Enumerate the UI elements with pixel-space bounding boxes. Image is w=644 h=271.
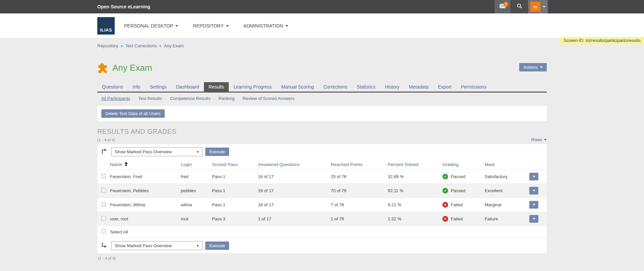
search-button[interactable] <box>511 0 528 13</box>
tab-learning-progress[interactable]: Learning Progress <box>229 82 276 92</box>
section-heading: RESULTS AND GRADES <box>97 128 547 136</box>
main-nav: PERSONAL DESKTOP REPOSITORY ADMINISTRATI… <box>124 23 288 29</box>
search-icon <box>517 3 523 10</box>
subtab-test-results[interactable]: Test Results <box>134 95 166 102</box>
tab-statistics[interactable]: Statistics <box>352 82 380 92</box>
delete-test-data-button[interactable]: Delete Test Data of all Users <box>101 109 165 118</box>
tab-export[interactable]: Export <box>433 82 456 92</box>
tab-bar: Questions Info Settings Dashboard Result… <box>97 82 547 93</box>
tab-info[interactable]: Info <box>128 82 145 92</box>
topbar: Open Source eLearning 2 ro <box>0 0 644 13</box>
cell-login: root <box>181 216 212 221</box>
row-actions-dropdown[interactable] <box>529 187 538 195</box>
tab-permissions[interactable]: Permissions <box>456 82 491 92</box>
ilias-logo[interactable]: ILIAS <box>97 17 115 35</box>
rows-dropdown[interactable]: Rows <box>531 137 547 142</box>
column-header-answered-questions[interactable]: Answered Questions <box>258 162 331 167</box>
chevron-down-icon <box>544 139 547 141</box>
cell-grading: Passed <box>451 174 465 179</box>
select-arrow-icon: ▼ <box>196 244 199 248</box>
tab-settings[interactable]: Settings <box>145 82 171 92</box>
column-header-login[interactable]: Login <box>181 162 212 167</box>
row-checkbox[interactable] <box>101 202 106 207</box>
cell-grading: Failed <box>451 216 463 221</box>
cell-name: Feuerstein, Fred <box>110 174 181 179</box>
cell-answered: 16 of 17 <box>258 174 331 179</box>
apply-up-arrow-icon <box>101 148 107 156</box>
nav-personal-desktop[interactable]: PERSONAL DESKTOP <box>124 23 178 29</box>
pagination-top: (1 - 4 of 4) <box>97 138 115 142</box>
row-actions-dropdown[interactable] <box>529 201 538 209</box>
cell-grading: Failed <box>451 202 463 207</box>
column-header-percent-solved[interactable]: Percent Solved <box>388 162 442 167</box>
actions-button[interactable]: Actions <box>519 63 547 71</box>
column-header-scored-pass[interactable]: Scored Pass <box>212 162 258 167</box>
tab-corrections[interactable]: Corrections <box>319 82 352 92</box>
subtab-ranking[interactable]: Ranking <box>214 95 238 102</box>
tab-results[interactable]: Results <box>204 82 229 92</box>
subtab-competence-results[interactable]: Competence Results <box>166 95 215 102</box>
cell-mark: Satisfactory <box>485 174 529 179</box>
bulk-action-row-top: Show Marked Pass Overview ▼ Execute <box>97 144 547 159</box>
failed-icon: ✕ <box>442 216 448 222</box>
breadcrumb-test-corrections[interactable]: Test Corrections <box>125 43 157 48</box>
select-all-checkbox[interactable] <box>101 229 106 234</box>
tab-manual-scoring[interactable]: Manual Scoring <box>277 82 319 92</box>
select-arrow-icon: ▼ <box>196 150 199 154</box>
execute-button-top[interactable]: Execute <box>205 148 229 156</box>
execute-button-bottom[interactable]: Execute <box>205 241 229 250</box>
chevron-down-icon <box>285 25 288 27</box>
column-header-mark[interactable]: Mark <box>485 162 529 167</box>
tab-questions[interactable]: Questions <box>97 82 128 92</box>
breadcrumb: Repository»Test Corrections»Any Exam <box>97 39 547 48</box>
cell-points: 1 of 76 <box>331 216 388 221</box>
row-actions-dropdown[interactable] <box>529 215 538 223</box>
toolbar: Delete Test Data of all Users <box>97 106 547 121</box>
cell-name: Feuerstein, Wilma <box>110 202 181 207</box>
cell-login: pebbles <box>181 188 212 193</box>
row-actions-dropdown[interactable] <box>529 173 538 180</box>
table-header-row: Name Login Scored Pass Answered Question… <box>97 159 547 169</box>
bulk-action-select-bottom[interactable]: Show Marked Pass Overview ▼ <box>111 241 203 250</box>
apply-down-arrow-icon <box>101 242 107 250</box>
avatar: ro <box>530 2 540 12</box>
nav-repository[interactable]: REPOSITORY <box>193 23 228 29</box>
column-header-grading[interactable]: Grading <box>442 162 485 167</box>
column-header-reached-points[interactable]: Reached Points <box>331 162 388 167</box>
tab-metadata[interactable]: Metadata <box>404 82 433 92</box>
subtab-bar: All Participants Test Results Competence… <box>97 95 547 102</box>
cell-scored-pass: Pass 3 <box>212 216 258 221</box>
bulk-action-select-top[interactable]: Show Marked Pass Overview ▼ <box>111 147 203 156</box>
cell-percent: 32.89 % <box>388 174 442 179</box>
results-table-card: Show Marked Pass Overview ▼ Execute Name… <box>97 144 547 253</box>
chevron-down-icon <box>533 204 535 206</box>
tab-dashboard[interactable]: Dashboard <box>171 82 204 92</box>
row-checkbox[interactable] <box>101 174 106 178</box>
cell-name: user, root <box>110 216 181 221</box>
user-menu-button[interactable]: ro <box>528 0 548 13</box>
cell-scored-pass: Pass 1 <box>212 188 258 193</box>
cell-answered: 16 of 17 <box>258 188 331 193</box>
chevron-down-icon <box>175 25 178 27</box>
select-all-label: Select All <box>110 229 181 234</box>
subtab-all-participants[interactable]: All Participants <box>97 95 134 102</box>
chevron-down-icon <box>533 218 535 220</box>
cell-login: fred <box>181 174 212 179</box>
cell-points: 70 of 76 <box>331 188 388 193</box>
table-row: user, root root Pass 3 1 of 17 1 of 76 1… <box>97 212 547 226</box>
cell-name: Feuerstein, Pebbles <box>110 188 181 193</box>
column-header-name[interactable]: Name <box>110 162 181 167</box>
cell-mark: Failure <box>485 216 529 221</box>
tab-history[interactable]: History <box>380 82 404 92</box>
chevron-down-icon <box>540 66 543 68</box>
row-checkbox[interactable] <box>101 216 106 221</box>
mail-button[interactable]: 2 <box>494 0 511 13</box>
breadcrumb-any-exam[interactable]: Any Exam <box>164 43 184 48</box>
subtab-review-scored-answers[interactable]: Review of Scored Answers <box>238 95 299 102</box>
cell-mark: Marginal <box>485 202 529 207</box>
breadcrumb-repository[interactable]: Repository <box>97 43 118 48</box>
cell-grading: Passed <box>451 188 465 193</box>
cell-points: 25 of 76 <box>331 174 388 179</box>
nav-administration[interactable]: ADMINISTRATION <box>244 23 288 29</box>
row-checkbox[interactable] <box>101 188 106 193</box>
